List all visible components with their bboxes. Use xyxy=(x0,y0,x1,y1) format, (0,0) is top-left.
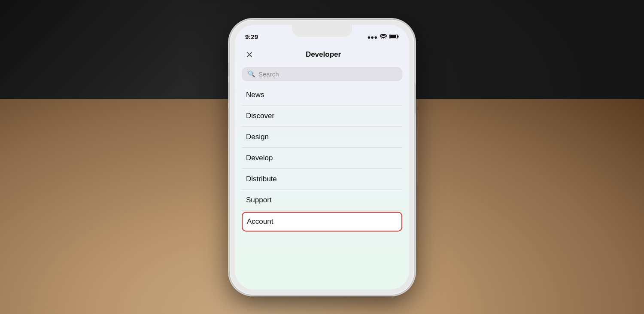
volume-mute-button[interactable] xyxy=(228,63,230,76)
close-button[interactable] xyxy=(243,49,255,61)
volume-up-button[interactable] xyxy=(228,82,230,104)
signal-icon: ●●● xyxy=(367,34,377,40)
power-button[interactable] xyxy=(414,84,416,114)
menu-item-news[interactable]: News xyxy=(242,85,402,106)
status-time: 9:29 xyxy=(245,33,258,41)
nav-title-text: Developer xyxy=(306,50,341,59)
search-placeholder: Search xyxy=(258,70,279,78)
phone-screen: 9:29 ●●● xyxy=(235,25,409,290)
search-bar[interactable]: 🔍 Search xyxy=(242,67,402,81)
phone-shell: 9:29 ●●● xyxy=(230,20,414,295)
menu-item-discover[interactable]: Discover xyxy=(242,106,402,127)
notch xyxy=(292,25,352,37)
nav-title: Developer xyxy=(303,50,341,59)
nav-bar: Developer xyxy=(235,44,409,65)
wifi-icon xyxy=(380,34,387,40)
menu-item-design[interactable]: Design xyxy=(242,127,402,148)
battery-icon xyxy=(389,34,399,40)
svg-rect-2 xyxy=(398,35,399,37)
menu-list: News Discover Design Develop Distribute xyxy=(235,85,409,232)
menu-item-account[interactable]: Account xyxy=(242,212,402,232)
menu-item-develop[interactable]: Develop xyxy=(242,148,402,169)
phone-wrapper: 9:29 ●●● xyxy=(230,20,414,295)
content-area: Developer 🔍 Search News Dis xyxy=(235,44,409,290)
menu-item-support[interactable]: Support xyxy=(242,190,402,211)
scene: 9:29 ●●● xyxy=(0,0,644,314)
search-icon: 🔍 xyxy=(248,70,255,77)
svg-rect-1 xyxy=(390,35,396,38)
menu-item-distribute[interactable]: Distribute xyxy=(242,169,402,190)
volume-down-button[interactable] xyxy=(228,108,230,129)
status-icons: ●●● xyxy=(367,34,399,41)
